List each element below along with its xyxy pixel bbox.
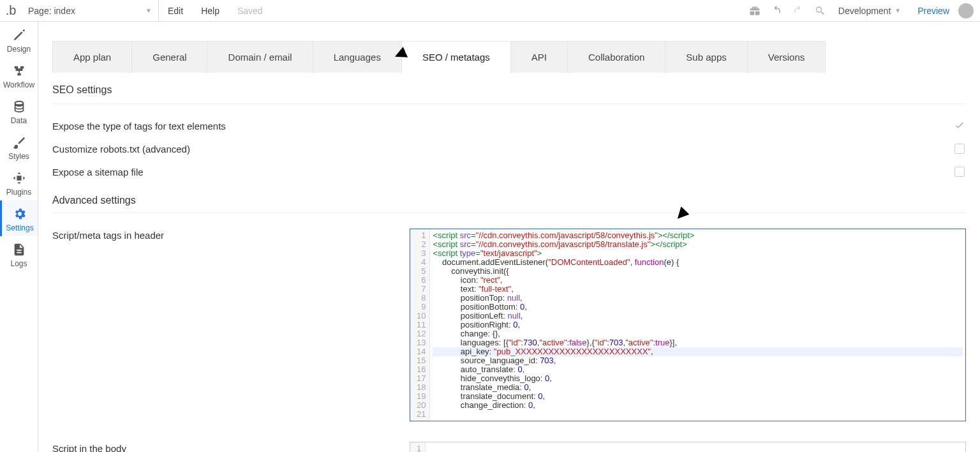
setting-label: Expose a sitemap file <box>52 167 144 177</box>
topbar-right: Development ▼ Preview <box>744 0 980 21</box>
sidebar-item-plugins[interactable]: Plugins <box>0 165 38 200</box>
code-editor-body[interactable]: 1 <box>410 442 966 452</box>
menu-help[interactable]: Help <box>192 0 228 21</box>
sidebar-item-label: Plugins <box>6 188 31 197</box>
sidebar-item-workflow[interactable]: Workflow <box>0 57 38 93</box>
sidebar-item-label: Settings <box>6 223 33 232</box>
page-select-label: Page: index <box>28 6 75 16</box>
sidebar-item-label: Styles <box>8 152 29 161</box>
code-editor-header[interactable]: 123456789101112131415161718192021 <scrip… <box>410 229 966 421</box>
setting-label: Expose the type of tags for text element… <box>52 121 226 132</box>
setting-robots: Customize robots.txt (advanced) <box>52 137 966 160</box>
gear-icon <box>13 207 27 221</box>
sidebar-item-styles[interactable]: Styles <box>0 129 38 165</box>
checkbox-sitemap[interactable] <box>953 165 966 178</box>
check-icon <box>954 120 965 132</box>
gift-icon[interactable] <box>744 0 766 22</box>
sidebar-item-label: Workflow <box>3 80 34 89</box>
tab-api[interactable]: API <box>511 41 568 73</box>
topbar: .b Page: index ▼ Edit Help Saved Develop… <box>0 0 980 22</box>
design-icon <box>12 28 26 42</box>
environment-select[interactable]: Development ▼ <box>831 6 909 16</box>
code-content[interactable]: <script src="//cdn.conveythis.com/javasc… <box>430 229 965 421</box>
save-status: Saved <box>228 0 272 21</box>
code-gutter: 123456789101112131415161718192021 <box>410 229 430 421</box>
sidebar-item-data[interactable]: Data <box>0 93 38 129</box>
section-seo-settings: SEO settings <box>52 84 966 104</box>
logo-icon: .b <box>0 3 22 18</box>
preview-link[interactable]: Preview <box>909 6 958 16</box>
tab-versions[interactable]: Versions <box>748 41 826 73</box>
main-panel: App plan General Domain / email Language… <box>38 22 980 452</box>
checkbox-robots[interactable] <box>953 142 966 155</box>
tab-domain-email[interactable]: Domain / email <box>208 41 313 73</box>
tab-collaboration[interactable]: Collaboration <box>568 41 665 73</box>
setting-sitemap: Expose a sitemap file <box>52 160 966 183</box>
tab-general[interactable]: General <box>132 41 207 73</box>
document-icon <box>12 243 26 257</box>
page-select[interactable]: Page: index ▼ <box>22 0 159 21</box>
plugin-icon <box>12 171 26 185</box>
environment-label: Development <box>838 6 891 16</box>
sidebar-item-label: Logs <box>10 259 27 268</box>
tab-languages[interactable]: Languages <box>313 41 402 73</box>
chevron-down-icon: ▼ <box>895 7 901 14</box>
sidebar-item-label: Data <box>11 116 27 125</box>
sidebar-item-design[interactable]: Design <box>0 22 38 57</box>
code-content[interactable] <box>426 442 965 452</box>
brush-icon <box>12 135 26 149</box>
code-gutter: 1 <box>410 442 426 452</box>
tab-app-plan[interactable]: App plan <box>52 41 132 73</box>
workflow-icon <box>12 64 26 78</box>
sidebar-item-logs[interactable]: Logs <box>0 236 38 272</box>
undo-icon[interactable] <box>766 0 787 22</box>
search-icon[interactable] <box>809 0 831 22</box>
setting-expose-tags: Expose the type of tags for text element… <box>52 114 966 137</box>
redo-icon[interactable] <box>787 0 809 22</box>
database-icon <box>12 100 26 114</box>
sidebar: Design Workflow Data Styles Plugins Sett… <box>0 22 38 452</box>
tab-seo-metatags[interactable]: SEO / metatags <box>402 41 511 73</box>
checkbox-expose-tags[interactable] <box>953 119 966 132</box>
avatar[interactable] <box>958 3 974 19</box>
menu-edit[interactable]: Edit <box>159 0 192 21</box>
label-script-header: Script/meta tags in header <box>52 229 410 241</box>
sidebar-item-settings[interactable]: Settings <box>0 200 38 236</box>
tab-sub-apps[interactable]: Sub apps <box>665 41 747 73</box>
chevron-down-icon: ▼ <box>145 7 152 14</box>
label-script-body: Script in the body <box>52 442 410 452</box>
setting-label: Customize robots.txt (advanced) <box>52 144 190 154</box>
sidebar-item-label: Design <box>7 45 31 54</box>
section-advanced-settings: Advanced settings <box>52 183 966 213</box>
settings-tabs: App plan General Domain / email Language… <box>52 41 966 73</box>
